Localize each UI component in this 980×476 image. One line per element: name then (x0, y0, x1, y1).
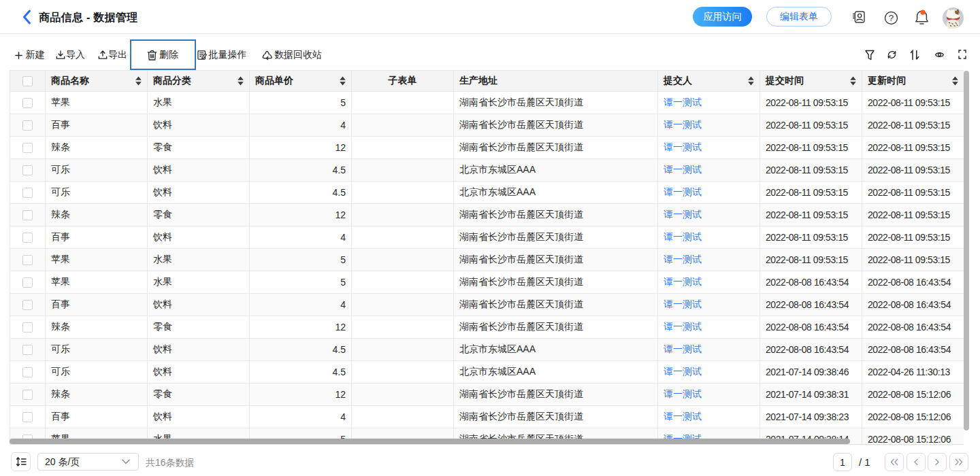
svg-text:?: ? (889, 13, 894, 23)
